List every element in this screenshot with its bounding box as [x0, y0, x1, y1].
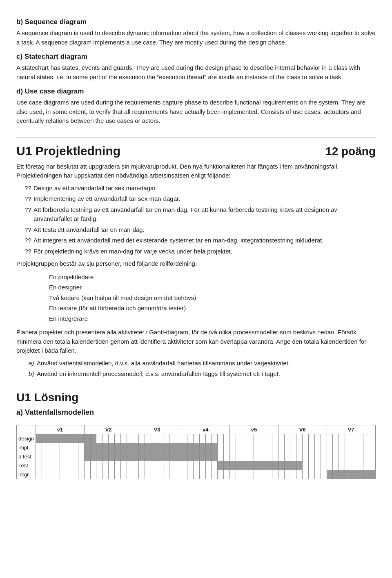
- gantt-row-label: p.test: [17, 452, 36, 461]
- gantt-cell-empty: [272, 434, 278, 443]
- gantt-cell-filled: [339, 470, 345, 479]
- gantt-cell-empty: [212, 434, 218, 443]
- gantt-row: impl.: [17, 443, 376, 452]
- gantt-cell-empty: [181, 470, 187, 479]
- gantt-cell-empty: [145, 434, 151, 443]
- gantt-cell-empty: [236, 452, 242, 461]
- u1-bullet-list: Design av ett användarfall tar sex man-d…: [24, 184, 376, 256]
- gantt-cell-filled: [205, 443, 212, 452]
- gantt-cell-filled: [333, 470, 339, 479]
- gantt-cell-empty: [363, 434, 369, 443]
- gantt-cell-empty: [218, 452, 224, 461]
- role-item: En integrerare: [49, 313, 376, 324]
- gantt-cell-filled: [163, 452, 169, 461]
- gantt-cell-empty: [36, 461, 42, 470]
- gantt-cell-empty: [321, 443, 327, 452]
- bullet-item: Att integrera ett användarfall med det e…: [24, 236, 376, 245]
- gantt-cell-empty: [163, 470, 169, 479]
- task-item: b)Använd en inkrementell processmodell, …: [29, 369, 376, 379]
- gantt-cell-empty: [321, 434, 327, 443]
- gantt-cell-filled: [169, 443, 175, 452]
- gantt-cell-filled: [66, 434, 72, 443]
- gantt-cell-filled: [181, 452, 187, 461]
- gantt-cell-filled: [157, 452, 163, 461]
- gantt-cell-empty: [230, 452, 236, 461]
- gantt-week-header: V2: [84, 425, 133, 434]
- gantt-cell-empty: [199, 434, 205, 443]
- gantt-cell-empty: [42, 461, 48, 470]
- gantt-cell-empty: [145, 461, 151, 470]
- section-d-text: Use case diagrams are used during the re…: [16, 98, 376, 126]
- section-b-heading: b) Sequence diagram: [16, 18, 376, 26]
- gantt-cell-empty: [303, 443, 309, 452]
- gantt-cell-empty: [321, 452, 327, 461]
- gantt-cell-filled: [175, 443, 181, 452]
- gantt-cell-filled: [163, 443, 169, 452]
- gantt-cell-filled: [84, 434, 90, 443]
- role-item: Två kodare (kan hjälpa till med design o…: [49, 293, 376, 303]
- gantt-cell-empty: [78, 443, 84, 452]
- gantt-cell-empty: [36, 443, 42, 452]
- gantt-cell-filled: [48, 434, 54, 443]
- gantt-cell-empty: [236, 443, 242, 452]
- gantt-cell-empty: [199, 470, 205, 479]
- gantt-row: p.test: [17, 452, 376, 461]
- gantt-cell-empty: [157, 470, 163, 479]
- gantt-cell-filled: [199, 452, 205, 461]
- bullet-item: Implementering av ett användarfall tar s…: [24, 194, 376, 204]
- gantt-cell-filled: [369, 470, 376, 479]
- gantt-cell-empty: [175, 461, 181, 470]
- u1-intro-text: Ett företag har beslutat att uppgradera …: [16, 162, 376, 180]
- u1-title: U1 Projektledning: [16, 144, 120, 158]
- gantt-cell-empty: [72, 470, 78, 479]
- gantt-cell-filled: [363, 470, 369, 479]
- gantt-table: v1V2V3v4v5V6V7designimpl.p.testTestintgr…: [16, 425, 376, 479]
- gantt-cell-empty: [260, 443, 266, 452]
- gantt-cell-empty: [242, 443, 248, 452]
- gantt-cell-empty: [54, 470, 60, 479]
- gantt-cell-empty: [254, 470, 260, 479]
- gantt-cell-empty: [54, 443, 60, 452]
- gantt-cell-empty: [339, 434, 345, 443]
- gantt-cell-empty: [351, 452, 357, 461]
- gantt-cell-empty: [60, 461, 66, 470]
- gantt-cell-empty: [327, 461, 333, 470]
- gantt-cell-filled: [248, 461, 254, 470]
- gantt-cell-empty: [296, 452, 303, 461]
- task-letter: b): [29, 369, 34, 379]
- gantt-cell-empty: [266, 443, 272, 452]
- role-item: En testare (för att förbereda och genomf…: [49, 303, 376, 313]
- gantt-cell-empty: [296, 434, 303, 443]
- u1-task-list: a)Använd vattenfallsmodellen, d.v.s. all…: [29, 359, 376, 379]
- gantt-cell-filled: [84, 452, 90, 461]
- gantt-cell-empty: [254, 452, 260, 461]
- gantt-cell-empty: [42, 443, 48, 452]
- gantt-cell-filled: [290, 461, 296, 470]
- gantt-cell-empty: [303, 434, 309, 443]
- gantt-cell-empty: [169, 461, 175, 470]
- gantt-cell-empty: [109, 461, 115, 470]
- gantt-cell-empty: [351, 443, 357, 452]
- gantt-cell-filled: [109, 452, 115, 461]
- gantt-cell-filled: [187, 452, 194, 461]
- section-b-text: A sequence diagram is used to describe d…: [16, 29, 376, 47]
- gantt-cell-empty: [42, 452, 48, 461]
- gantt-cell-empty: [212, 461, 218, 470]
- gantt-cell-filled: [193, 443, 199, 452]
- gantt-cell-empty: [90, 470, 96, 479]
- gantt-cell-empty: [224, 452, 230, 461]
- gantt-cell-filled: [357, 470, 363, 479]
- gantt-cell-empty: [339, 443, 345, 452]
- gantt-cell-empty: [133, 470, 139, 479]
- gantt-cell-empty: [303, 461, 309, 470]
- gantt-cell-filled: [151, 443, 157, 452]
- gantt-cell-empty: [36, 452, 42, 461]
- gantt-cell-filled: [327, 470, 333, 479]
- gantt-cell-empty: [303, 452, 309, 461]
- gantt-cell-empty: [230, 434, 236, 443]
- gantt-cell-empty: [290, 443, 296, 452]
- gantt-cell-empty: [212, 470, 218, 479]
- gantt-cell-empty: [193, 434, 199, 443]
- gantt-cell-empty: [254, 443, 260, 452]
- gantt-cell-filled: [254, 461, 260, 470]
